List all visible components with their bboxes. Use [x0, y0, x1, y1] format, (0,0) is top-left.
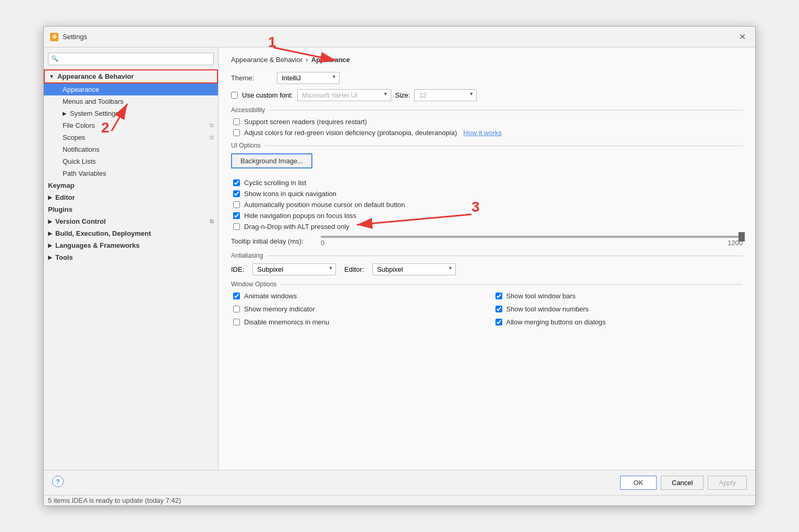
antialiasing-label: Antialiasing — [231, 252, 743, 259]
editor-aa-dropdown-wrap[interactable]: Subpixel — [372, 263, 456, 275]
settings-dialog: ⚙ Settings ✕ 🔍 ▼ Appearance & Behavior A… — [43, 26, 756, 506]
show-tool-numbers-checkbox[interactable] — [495, 306, 502, 312]
search-icon: 🔍 — [51, 55, 58, 62]
search-box[interactable]: 🔍 — [48, 53, 214, 65]
color-deficiency-row: Adjust colors for red-green vision defic… — [231, 129, 743, 137]
window-options-label: Window Options — [231, 281, 743, 288]
status-bar: 5 items IDEA is ready to update (today 7… — [44, 495, 755, 505]
expand-icon: ▶ — [48, 195, 52, 200]
sidebar-item-label: Version Control — [55, 217, 106, 225]
sidebar-item-languages-frameworks[interactable]: ▶ Languages & Frameworks — [44, 239, 218, 251]
disable-mnemonics-label[interactable]: Disable mnemonics in menu — [244, 318, 329, 326]
sidebar-item-scopes[interactable]: Scopes ⧉ — [44, 131, 218, 143]
sidebar-item-label: Notifications — [63, 146, 100, 153]
size-dropdown-wrap[interactable]: 12 — [414, 89, 477, 101]
cyclic-scrolling-checkbox[interactable] — [233, 179, 240, 186]
sidebar-item-path-variables[interactable]: Path Variables — [44, 167, 218, 179]
antialiasing-row: IDE: Subpixel Editor: Subpixel — [231, 263, 743, 275]
drag-alt-label[interactable]: Drag-n-Drop with ALT pressed only — [244, 223, 349, 231]
color-deficiency-checkbox[interactable] — [233, 129, 240, 136]
app-icon: ⚙ — [50, 33, 58, 41]
screen-readers-checkbox[interactable] — [233, 118, 240, 125]
expand-icon: ▶ — [63, 111, 67, 116]
tooltip-label: Tooltip initial delay (ms): — [231, 237, 314, 245]
drag-alt-checkbox[interactable] — [233, 223, 240, 230]
font-dropdown[interactable]: Microsoft YaHei UI — [297, 89, 391, 101]
screen-readers-label[interactable]: Support screen readers (requires restart… — [244, 118, 367, 126]
auto-mouse-checkbox[interactable] — [233, 201, 240, 208]
sidebar-item-tools[interactable]: ▶ Tools — [44, 251, 218, 263]
font-dropdown-wrap[interactable]: Microsoft YaHei UI — [297, 89, 391, 101]
theme-row: Theme: IntelliJ — [231, 72, 743, 84]
content-panel: Appearance & Behavior › Appearance Theme… — [219, 47, 755, 470]
tooltip-section: Tooltip initial delay (ms): 0 1200 — [231, 236, 743, 247]
close-button[interactable]: ✕ — [736, 31, 749, 43]
hide-popups-row: Hide navigation popups on focus loss — [231, 212, 743, 220]
expand-icon: ▶ — [48, 231, 52, 236]
size-dropdown[interactable]: 12 — [414, 89, 477, 101]
custom-font-checkbox[interactable] — [231, 92, 238, 99]
color-deficiency-label[interactable]: Adjust colors for red-green vision defic… — [244, 129, 457, 137]
ide-aa-label: IDE: — [231, 265, 244, 273]
sidebar: 🔍 ▼ Appearance & Behavior Appearance Men… — [44, 47, 219, 470]
sidebar-item-notifications[interactable]: Notifications — [44, 143, 218, 155]
theme-dropdown-wrap[interactable]: IntelliJ — [277, 72, 340, 84]
editor-aa-dropdown[interactable]: Subpixel — [372, 263, 456, 275]
allow-merging-row: Allow merging buttons on dialogs — [493, 318, 743, 326]
show-icons-label[interactable]: Show icons in quick navigation — [244, 190, 336, 198]
dialog-body: 🔍 ▼ Appearance & Behavior Appearance Men… — [44, 47, 755, 470]
hide-popups-checkbox[interactable] — [233, 212, 240, 219]
collapse-icon: ▼ — [49, 74, 54, 79]
tooltip-min: 0 — [321, 239, 324, 247]
cyclic-scrolling-row: Cyclic scrolling in list — [231, 179, 743, 187]
how-it-works-link[interactable]: How it works — [463, 129, 502, 137]
background-image-button[interactable]: Background Image... — [231, 153, 312, 168]
show-tool-bars-checkbox[interactable] — [495, 293, 502, 299]
ide-aa-dropdown-wrap[interactable]: Subpixel — [252, 263, 336, 275]
sidebar-item-label: Plugins — [48, 205, 72, 213]
slider-track — [321, 236, 743, 238]
allow-merging-checkbox[interactable] — [495, 319, 502, 325]
disable-mnemonics-checkbox[interactable] — [233, 319, 240, 325]
cyclic-scrolling-label[interactable]: Cyclic scrolling in list — [244, 179, 306, 187]
animate-windows-label[interactable]: Animate windows — [244, 292, 297, 300]
sidebar-item-system-settings[interactable]: ▶ System Settings — [44, 107, 218, 119]
sidebar-item-plugins[interactable]: Plugins — [44, 203, 218, 215]
search-input[interactable] — [48, 53, 214, 65]
theme-dropdown[interactable]: IntelliJ — [277, 72, 340, 84]
show-icons-row: Show icons in quick navigation — [231, 190, 743, 198]
theme-label: Theme: — [231, 74, 273, 82]
animate-windows-checkbox[interactable] — [233, 293, 240, 299]
expand-icon: ▶ — [48, 243, 52, 248]
cancel-button[interactable]: Cancel — [661, 476, 704, 490]
sidebar-item-keymap[interactable]: Keymap — [44, 179, 218, 191]
sidebar-item-appearance[interactable]: Appearance — [44, 83, 218, 95]
sidebar-item-label: Languages & Frameworks — [55, 241, 140, 249]
show-tool-bars-row: Show tool window bars — [493, 292, 743, 300]
sidebar-item-editor[interactable]: ▶ Editor — [44, 191, 218, 203]
show-icons-checkbox[interactable] — [233, 190, 240, 197]
show-memory-label[interactable]: Show memory indicator — [244, 305, 315, 313]
allow-merging-label[interactable]: Allow merging buttons on dialogs — [506, 318, 606, 326]
sidebar-item-build-execution[interactable]: ▶ Build, Execution, Deployment — [44, 227, 218, 239]
breadcrumb-separator: › — [306, 56, 308, 64]
help-button[interactable]: ? — [52, 476, 64, 487]
show-tool-bars-label[interactable]: Show tool window bars — [506, 292, 576, 300]
sidebar-item-appearance-behavior[interactable]: ▼ Appearance & Behavior — [44, 69, 218, 83]
ui-options-label: UI Options — [231, 142, 743, 149]
auto-mouse-label[interactable]: Automatically position mouse cursor on d… — [244, 201, 405, 209]
hide-popups-label[interactable]: Hide navigation popups on focus loss — [244, 212, 356, 220]
show-memory-checkbox[interactable] — [233, 306, 240, 312]
slider-thumb[interactable] — [739, 232, 745, 241]
sidebar-item-file-colors[interactable]: File Colors ⧉ — [44, 119, 218, 131]
show-tool-numbers-label[interactable]: Show tool window numbers — [506, 305, 589, 313]
sidebar-item-menus-toolbars[interactable]: Menus and Toolbars — [44, 95, 218, 107]
sidebar-item-quick-lists[interactable]: Quick Lists — [44, 155, 218, 167]
sidebar-item-version-control[interactable]: ▶ Version Control ⧉ — [44, 215, 218, 227]
sidebar-item-label: Keymap — [48, 182, 75, 189]
sidebar-item-label: Appearance — [63, 86, 99, 93]
drag-alt-row: Drag-n-Drop with ALT pressed only — [231, 223, 743, 231]
ide-aa-dropdown[interactable]: Subpixel — [252, 263, 336, 275]
apply-button[interactable]: Apply — [708, 476, 747, 490]
ok-button[interactable]: OK — [620, 476, 657, 490]
